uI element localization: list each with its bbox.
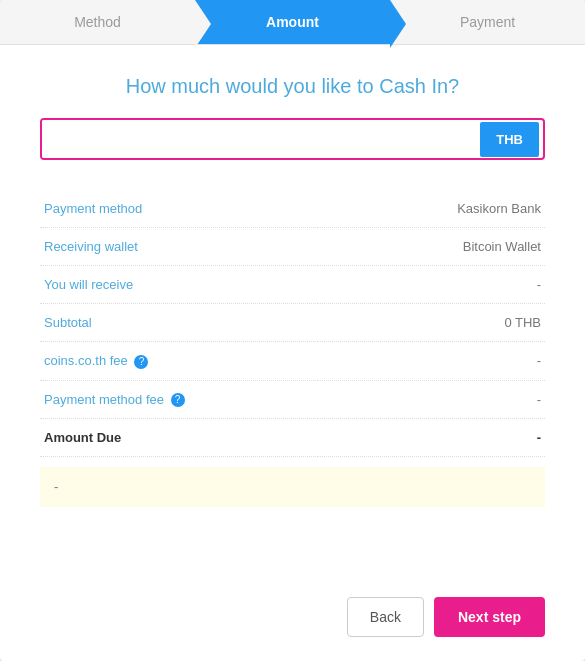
table-row: Receiving wallet Bitcoin Wallet	[40, 228, 545, 266]
row-label: You will receive	[40, 266, 318, 304]
row-value: Kasikorn Bank	[318, 190, 545, 228]
currency-button[interactable]: THB	[480, 122, 539, 157]
row-label: Payment method fee ?	[40, 380, 318, 419]
step-payment[interactable]: Payment	[390, 0, 585, 44]
back-button[interactable]: Back	[347, 597, 424, 637]
row-value: -	[318, 342, 545, 381]
help-icon[interactable]: ?	[134, 355, 148, 369]
row-value: Bitcoin Wallet	[318, 228, 545, 266]
step-amount-label: Amount	[266, 14, 319, 30]
step-method-label: Method	[74, 14, 121, 30]
table-row: Subtotal 0 THB	[40, 304, 545, 342]
amount-input-wrapper: THB	[40, 118, 545, 160]
footer: Back Next step	[0, 587, 585, 661]
note-text: -	[54, 479, 58, 494]
step-method[interactable]: Method	[0, 0, 195, 44]
page-question: How much would you like to Cash In?	[40, 75, 545, 98]
note-box: -	[40, 467, 545, 507]
info-table: Payment method Kasikorn Bank Receiving w…	[40, 190, 545, 457]
row-label: Receiving wallet	[40, 228, 318, 266]
row-label: Subtotal	[40, 304, 318, 342]
table-row: Payment method fee ? -	[40, 380, 545, 419]
row-label: Payment method	[40, 190, 318, 228]
row-value-bold: -	[318, 419, 545, 457]
row-label: coins.co.th fee ?	[40, 342, 318, 381]
row-value: -	[318, 266, 545, 304]
stepper: Method Amount Payment	[0, 0, 585, 45]
table-row: You will receive -	[40, 266, 545, 304]
step-amount[interactable]: Amount	[195, 0, 390, 44]
content-area: How much would you like to Cash In? THB …	[0, 45, 585, 587]
table-row: Payment method Kasikorn Bank	[40, 190, 545, 228]
next-step-button[interactable]: Next step	[434, 597, 545, 637]
row-label-bold: Amount Due	[40, 419, 318, 457]
amount-input[interactable]	[42, 120, 480, 158]
step-payment-label: Payment	[460, 14, 515, 30]
help-icon[interactable]: ?	[171, 393, 185, 407]
row-value: 0 THB	[318, 304, 545, 342]
main-card: Method Amount Payment How much would you…	[0, 0, 585, 661]
table-row-amount-due: Amount Due -	[40, 419, 545, 457]
table-row: coins.co.th fee ? -	[40, 342, 545, 381]
row-value: -	[318, 380, 545, 419]
